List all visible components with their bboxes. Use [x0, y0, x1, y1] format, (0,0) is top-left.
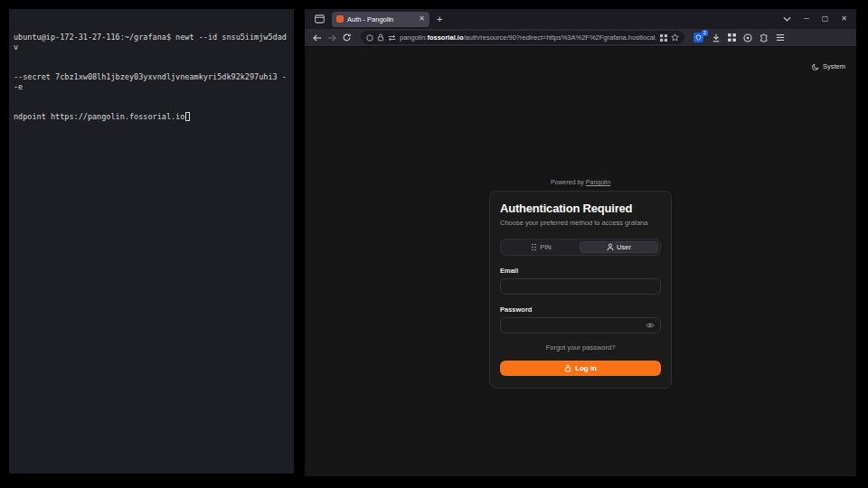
lock-icon[interactable]: [377, 33, 384, 42]
pangolin-link[interactable]: Pangolin: [586, 179, 610, 185]
terminal-line: ubuntu@ip-172-31-27-116:~/grafana$ newt …: [14, 33, 289, 52]
moon-icon: [812, 63, 819, 70]
desktop: ubuntu@ip-172-31-27-116:~/grafana$ newt …: [0, 0, 868, 488]
auth-page: System Powered by Pangolin Authenticatio…: [305, 47, 856, 476]
card-title: Authentication Required: [500, 202, 661, 215]
downloads-icon[interactable]: [712, 33, 721, 42]
extension-badge: 2: [702, 30, 708, 36]
pangolin-favicon-icon: [336, 15, 344, 23]
terminal-window[interactable]: ubuntu@ip-172-31-27-116:~/grafana$ newt …: [9, 9, 294, 474]
auth-method-tabs: PIN User: [500, 239, 661, 256]
terminal-line: --secret 7cbz1xw08lh1jbzey03yxvndljvneam…: [14, 72, 289, 92]
extensions-grid-icon[interactable]: [728, 33, 736, 42]
login-button[interactable]: Log in: [500, 361, 661, 376]
browser-window: Auth - Pangolin ✕ + ─ ▢ ✕: [305, 9, 856, 476]
tab-pin[interactable]: PIN: [503, 241, 580, 253]
maximize-button[interactable]: ▢: [822, 15, 829, 23]
back-button[interactable]: [310, 34, 325, 42]
forward-button[interactable]: [325, 34, 339, 42]
url-bar[interactable]: pangolin.fossorial.io/auth/resource/90?r…: [361, 31, 684, 44]
terminal-line: ndpoint https://pangolin.fossorial.io: [14, 112, 289, 122]
user-icon: [607, 243, 614, 251]
forgot-password-link[interactable]: Forgot your password?: [500, 343, 661, 352]
browser-nav-bar: pangolin.fossorial.io/auth/resource/90?r…: [305, 29, 856, 47]
container-swap-icon[interactable]: [388, 34, 396, 42]
password-manager-extension-icon[interactable]: 2: [693, 33, 704, 43]
password-label: Password: [500, 305, 661, 314]
privacy-circle-icon[interactable]: [743, 33, 752, 42]
tab-user[interactable]: User: [580, 241, 658, 253]
bookmark-star-icon[interactable]: [671, 33, 679, 42]
puzzle-extension-icon[interactable]: [760, 33, 769, 42]
browser-tab[interactable]: Auth - Pangolin ✕: [332, 12, 429, 27]
terminal-line-text: ndpoint https://pangolin.fossorial.io: [14, 112, 184, 121]
login-lock-icon: [564, 364, 571, 372]
email-field-wrap: [500, 278, 661, 295]
show-password-eye-icon[interactable]: [646, 322, 655, 329]
close-window-button[interactable]: ✕: [841, 15, 847, 23]
tab-close-icon[interactable]: ✕: [419, 15, 425, 23]
password-input[interactable]: [506, 322, 646, 330]
page-actions-grid-icon[interactable]: [660, 34, 667, 42]
keypad-icon: [531, 243, 537, 251]
login-button-label: Log in: [575, 364, 597, 372]
menu-hamburger-icon[interactable]: [776, 33, 785, 42]
list-tabs-chevron-icon[interactable]: [783, 16, 791, 22]
reload-button[interactable]: [339, 33, 354, 42]
tab-user-label: User: [617, 243, 631, 251]
tab-title: Auth - Pangolin: [347, 15, 415, 23]
card-subtitle: Choose your preferred method to access g…: [500, 219, 661, 227]
email-label: Email: [500, 267, 661, 275]
email-input[interactable]: [506, 283, 655, 291]
theme-toggle[interactable]: System: [812, 62, 845, 70]
minimize-button[interactable]: ─: [804, 15, 809, 23]
permissions-icon[interactable]: [366, 34, 373, 42]
terminal-cursor: [185, 112, 190, 121]
password-field-wrap: [500, 317, 661, 333]
powered-by: Powered by Pangolin: [489, 179, 672, 185]
url-text: pangolin.fossorial.io/auth/resource/90?r…: [400, 33, 656, 42]
theme-toggle-label: System: [823, 62, 845, 70]
tab-pin-label: PIN: [540, 243, 552, 251]
browser-tab-bar: Auth - Pangolin ✕ + ─ ▢ ✕: [305, 9, 856, 29]
auth-card: Authentication Required Choose your pref…: [489, 191, 672, 389]
new-tab-button[interactable]: +: [437, 14, 442, 24]
firefox-view-icon[interactable]: [312, 13, 326, 25]
